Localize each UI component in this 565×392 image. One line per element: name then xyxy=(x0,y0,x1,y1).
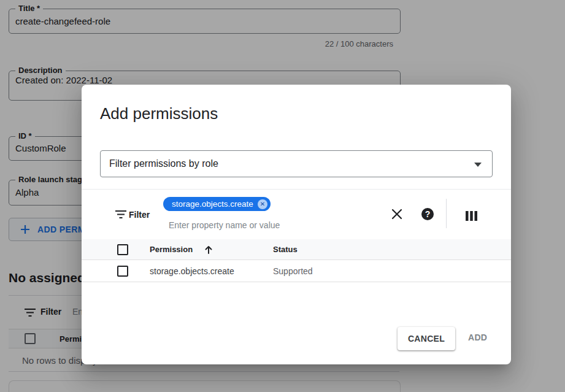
filter-label: Filter xyxy=(129,210,150,220)
row-status-cell: Supported xyxy=(273,266,313,276)
status-column-header[interactable]: Status xyxy=(273,245,298,254)
add-button[interactable]: ADD xyxy=(468,332,487,342)
filter-chip-label: storage.objects.create xyxy=(172,199,253,209)
divider xyxy=(82,189,511,190)
help-icon[interactable]: ? xyxy=(421,207,434,221)
clear-filters-icon[interactable] xyxy=(390,207,404,221)
filter-chip[interactable]: storage.objects.create ✕ xyxy=(163,197,271,211)
toolbar-divider xyxy=(446,199,447,228)
chevron-down-icon xyxy=(474,163,482,167)
row-checkbox[interactable] xyxy=(117,266,128,277)
role-select-placeholder: Filter permissions by role xyxy=(109,158,218,169)
row-permission-cell: storage.objects.create xyxy=(150,266,234,276)
filter-permissions-by-role-select[interactable]: Filter permissions by role xyxy=(100,150,493,177)
cancel-button[interactable]: CANCEL xyxy=(398,327,455,350)
chip-remove-icon[interactable]: ✕ xyxy=(258,199,267,209)
permission-column-header[interactable]: Permission xyxy=(150,245,193,254)
screen: Title * create-changefeed-role 22 / 100 … xyxy=(0,0,565,392)
column-display-icon[interactable] xyxy=(464,209,478,223)
filter-list-icon xyxy=(114,207,128,221)
sort-ascending-icon[interactable] xyxy=(202,243,215,256)
filter-input-placeholder[interactable]: Enter property name or value xyxy=(169,220,280,230)
add-permissions-dialog: Add permissions Filter permissions by ro… xyxy=(82,85,511,364)
select-all-checkbox[interactable] xyxy=(117,244,128,255)
dialog-title: Add permissions xyxy=(100,104,218,123)
